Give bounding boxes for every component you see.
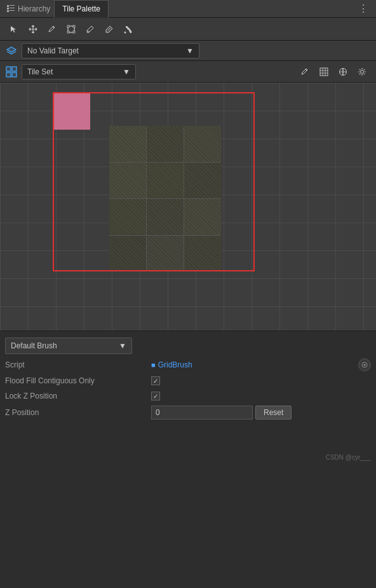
script-row: Script ■ GridBrush xyxy=(0,357,376,373)
tileset-tools xyxy=(296,63,371,81)
tileset-dropdown[interactable]: Tile Set ▼ xyxy=(22,64,136,79)
tileset-pencil-button[interactable] xyxy=(296,63,314,81)
tile-cell xyxy=(184,126,221,162)
tileset-icon xyxy=(5,65,18,78)
z-position-input[interactable] xyxy=(151,406,253,420)
bottom-panel: Default Brush ▼ Script ■ GridBrush Flood… xyxy=(0,331,376,463)
tile-cell xyxy=(147,236,184,272)
z-position-row: Z Position Reset xyxy=(0,404,376,421)
tile-cell xyxy=(147,199,184,235)
tile-cell xyxy=(109,236,146,272)
svg-rect-15 xyxy=(6,67,11,71)
svg-rect-3 xyxy=(10,8,15,8)
tileset-grid-button[interactable] xyxy=(315,63,333,81)
brush-row: Default Brush ▼ xyxy=(0,335,376,357)
pink-tile xyxy=(53,92,90,130)
fill-tool-button[interactable] xyxy=(119,20,137,38)
svg-rect-10 xyxy=(67,31,69,33)
script-value[interactable]: GridBrush xyxy=(158,360,192,369)
tool-toolbar xyxy=(0,18,376,41)
reset-button[interactable]: Reset xyxy=(255,406,292,420)
layer-icon xyxy=(5,44,18,57)
tileset-arrow: ▼ xyxy=(123,67,130,76)
lock-z-checkbox[interactable] xyxy=(151,392,160,400)
tile-cell xyxy=(147,126,184,162)
tileset-globe-button[interactable] xyxy=(334,63,352,81)
brush-arrow: ▼ xyxy=(119,341,126,350)
tileset-settings-button[interactable] xyxy=(353,63,371,81)
svg-rect-17 xyxy=(6,72,11,77)
tile-cell xyxy=(147,163,184,199)
tile-cell xyxy=(184,236,221,272)
svg-rect-8 xyxy=(67,25,69,27)
svg-point-14 xyxy=(124,31,126,33)
tile-cell xyxy=(109,199,146,235)
tileset-row: Tile Set ▼ xyxy=(0,61,376,83)
tile-cell xyxy=(184,199,221,235)
select-tool-button[interactable] xyxy=(5,20,23,38)
tile-texture-area xyxy=(109,126,221,271)
svg-rect-2 xyxy=(7,8,9,10)
tab-bar: Hierarchy Tile Palette ⋮ xyxy=(0,0,376,18)
svg-rect-0 xyxy=(7,5,9,7)
dropdown-arrow: ▼ xyxy=(186,46,194,55)
svg-rect-5 xyxy=(10,10,15,11)
svg-rect-9 xyxy=(73,25,75,27)
tile-cell xyxy=(184,163,221,199)
svg-rect-11 xyxy=(73,31,75,33)
script-circle-button[interactable] xyxy=(358,359,371,371)
tile-cell xyxy=(109,126,146,162)
watermark: CSDN @cyr___ xyxy=(326,454,371,461)
rect-tool-button[interactable] xyxy=(62,20,80,38)
svg-rect-4 xyxy=(7,10,9,12)
tab-more-button[interactable]: ⋮ xyxy=(353,3,373,15)
tile-cell xyxy=(109,163,146,199)
hierarchy-tab-icon: Hierarchy xyxy=(3,4,54,13)
target-row: No Valid Target ▼ xyxy=(0,41,376,61)
lock-z-row: Lock Z Position xyxy=(0,388,376,404)
svg-point-27 xyxy=(361,70,364,73)
erase-tool-button[interactable] xyxy=(100,20,118,38)
flood-fill-checkbox[interactable] xyxy=(151,376,160,385)
flood-fill-label: Flood Fill Contiguous Only xyxy=(5,376,151,385)
hierarchy-tab-label[interactable]: Hierarchy xyxy=(18,4,50,13)
tile-palette-tab[interactable]: Tile Palette xyxy=(54,0,109,18)
brush-tool-button[interactable] xyxy=(43,20,61,38)
script-label: Script xyxy=(5,360,151,369)
svg-rect-20 xyxy=(320,68,328,76)
svg-rect-16 xyxy=(12,67,17,71)
canvas-area[interactable] xyxy=(0,83,376,331)
lock-z-label: Lock Z Position xyxy=(5,392,151,400)
svg-rect-18 xyxy=(12,72,17,77)
z-position-label: Z Position xyxy=(5,408,151,417)
brush-dropdown[interactable]: Default Brush ▼ xyxy=(5,338,132,354)
move-tool-button[interactable] xyxy=(24,20,42,38)
picker-tool-button[interactable] xyxy=(81,20,99,38)
flood-fill-row: Flood Fill Contiguous Only xyxy=(0,373,376,388)
svg-point-29 xyxy=(364,364,366,366)
target-dropdown[interactable]: No Valid Target ▼ xyxy=(22,43,199,58)
svg-rect-1 xyxy=(10,5,15,6)
script-icon: ■ xyxy=(151,361,156,369)
